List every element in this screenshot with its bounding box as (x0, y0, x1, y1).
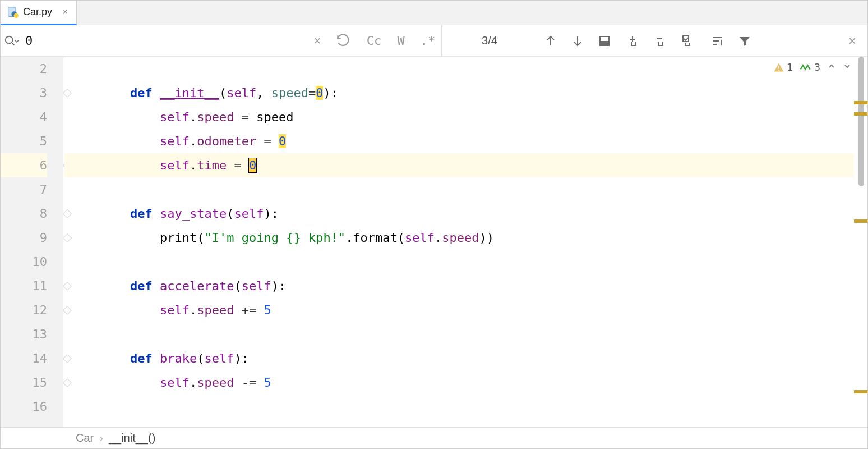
show-find-results-icon[interactable] (704, 25, 731, 57)
prev-occurrence-icon[interactable] (537, 25, 564, 57)
line-number: 5 (1, 129, 47, 153)
next-problem-icon[interactable] (843, 61, 852, 73)
find-options: Cc W .* (361, 25, 441, 57)
code-line[interactable] (64, 322, 867, 346)
chevron-right-icon: › (99, 432, 103, 445)
line-number: 11 (1, 274, 47, 298)
search-icon[interactable] (1, 35, 23, 47)
code-line[interactable]: self.speed = speed (64, 105, 867, 129)
breadcrumb-member[interactable]: __init__() (109, 432, 155, 445)
line-number: 15 (1, 370, 47, 395)
line-number: 4 (1, 105, 47, 129)
line-number: 9 (1, 226, 47, 250)
line-number: 13 (1, 322, 47, 346)
line-number: 16 (1, 395, 47, 419)
code-line[interactable]: self.speed += 5 (64, 298, 867, 322)
filter-icon[interactable] (731, 25, 758, 57)
code-line[interactable]: def say_state(self): (64, 201, 867, 226)
in-selection-toggle-icon[interactable] (591, 25, 618, 57)
code-line[interactable]: self.odometer = 0 (64, 129, 867, 153)
find-hit-counter: 3/4 (442, 34, 537, 47)
search-history-icon[interactable] (329, 34, 358, 48)
svg-point-3 (6, 36, 13, 43)
line-number-gutter: 2345678910111213141516 (1, 57, 63, 427)
code-line[interactable]: self.speed -= 5 (64, 370, 867, 395)
next-occurrence-icon[interactable] (564, 25, 591, 57)
stripe-marker[interactable] (854, 219, 867, 223)
line-number: 7 (1, 177, 47, 201)
line-number: 8 (1, 201, 47, 226)
match-case-toggle[interactable]: Cc (361, 25, 387, 57)
add-selection-icon[interactable] (621, 25, 648, 57)
code-line[interactable]: def __init__(self, speed=0): (64, 81, 867, 105)
error-stripe[interactable] (854, 57, 867, 427)
code-line[interactable]: self.time = 0 (64, 153, 867, 177)
tab-filename: Car.py (23, 6, 52, 18)
code-line[interactable]: def brake(self): (64, 346, 867, 370)
whole-words-toggle[interactable]: W (387, 25, 414, 57)
tab-car-py[interactable]: Car.py × (1, 1, 77, 25)
line-number: 10 (1, 250, 47, 274)
line-number: 6 (1, 153, 47, 177)
line-number: 2 (1, 57, 47, 81)
editor-area: 2345678910111213141516 def __init__(self… (1, 57, 867, 427)
regex-toggle[interactable]: .* (414, 25, 441, 57)
line-number: 12 (1, 298, 47, 322)
warnings-indicator[interactable]: 1 (773, 61, 793, 73)
code-line[interactable]: def accelerate(self): (64, 274, 867, 298)
stripe-marker[interactable] (854, 101, 867, 104)
select-all-occurrences-icon[interactable] (675, 25, 701, 57)
warnings-count: 1 (787, 61, 793, 73)
stripe-marker[interactable] (854, 390, 867, 393)
svg-point-2 (14, 13, 19, 17)
svg-point-27 (778, 70, 779, 71)
code-line[interactable] (64, 250, 867, 274)
stripe-marker[interactable] (854, 112, 867, 116)
code-line[interactable] (64, 57, 867, 81)
svg-rect-8 (600, 42, 609, 45)
prev-problem-icon[interactable] (827, 61, 836, 73)
line-number: 3 (1, 81, 47, 105)
code-line[interactable] (64, 395, 867, 419)
find-input-group: × Cc W .* (1, 25, 441, 56)
find-bar: × Cc W .* 3/4 (1, 25, 867, 57)
code-editor[interactable]: def __init__(self, speed=0): self.speed … (63, 57, 867, 427)
breadcrumb-bar: Car › __init__() (1, 427, 867, 448)
find-input[interactable] (23, 34, 306, 48)
breadcrumb-class[interactable]: Car (76, 432, 94, 445)
code-line[interactable] (64, 177, 867, 201)
editor-tabstrip: Car.py × (1, 1, 867, 25)
find-toolbar: 3/4 × (441, 25, 867, 56)
weak-warnings-count: 3 (814, 61, 820, 73)
remove-selection-icon[interactable] (648, 25, 675, 57)
clear-search-icon[interactable]: × (306, 34, 329, 48)
scrollbar-thumb[interactable] (858, 57, 864, 186)
inspection-tray: 1 3 (773, 61, 852, 73)
close-tab-icon[interactable]: × (62, 6, 68, 18)
code-line[interactable]: print("I'm going {} kph!".format(self.sp… (64, 226, 867, 250)
weak-warnings-indicator[interactable]: 3 (800, 61, 820, 73)
ide-window: Car.py × × Cc W .* 3/4 (0, 0, 868, 449)
close-findbar-icon[interactable]: × (837, 33, 867, 49)
line-number: 14 (1, 346, 47, 370)
python-file-icon (7, 7, 19, 18)
line-numbers: 2345678910111213141516 (1, 57, 63, 419)
